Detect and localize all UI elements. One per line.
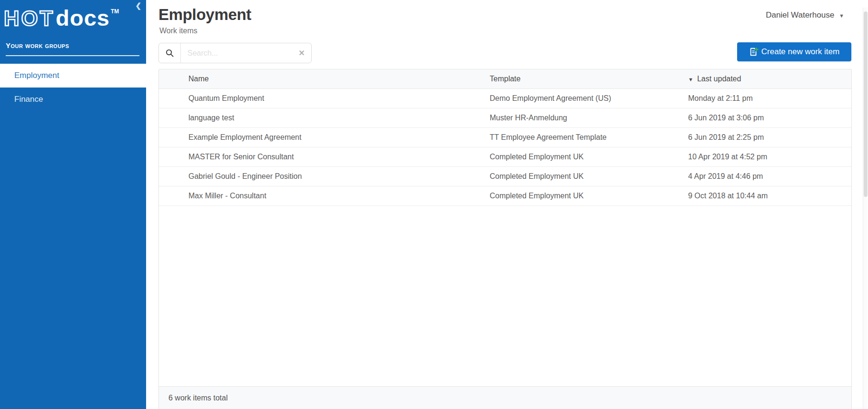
table-row[interactable]: language test Muster HR-Anmeldung 6 Jun …	[159, 108, 851, 128]
work-groups-list: Employment Finance	[0, 64, 146, 111]
table-empty-space	[159, 206, 851, 386]
sidebar-item-label: Employment	[14, 71, 59, 80]
collapse-sidebar-icon[interactable]: ❮	[135, 2, 141, 9]
work-item-template: TT Employee Agreement Template	[490, 133, 688, 142]
work-item-name: MASTER for Senior Consultant	[159, 153, 490, 161]
search-icon	[159, 43, 181, 63]
sidebar-item-employment[interactable]: Employment	[0, 64, 146, 88]
work-item-name: Example Employment Agreement	[159, 133, 490, 142]
page-title: Employment	[158, 6, 251, 24]
logo-text-docs: docs	[56, 5, 110, 30]
search-box: ✕	[158, 43, 312, 63]
search-input[interactable]	[181, 43, 292, 63]
sidebar: ❮ HOTdocsTM Your work groups Employment …	[0, 0, 146, 409]
work-item-last-updated: 9 Oct 2018 at 10:44 am	[688, 192, 851, 200]
work-item-name: Quantum Employment	[159, 94, 490, 103]
column-header-name[interactable]: Name	[159, 75, 490, 83]
work-item-name: Gabriel Gould - Engineer Position	[159, 172, 490, 181]
work-item-last-updated: 4 Apr 2019 at 4:46 pm	[688, 172, 851, 181]
work-item-template: Completed Employment UK	[490, 153, 688, 161]
work-item-last-updated: Monday at 2:11 pm	[688, 94, 851, 103]
table-footer: 6 work items total	[159, 386, 851, 409]
clear-search-icon[interactable]: ✕	[292, 49, 311, 58]
work-item-last-updated: 10 Apr 2019 at 4:52 pm	[688, 153, 851, 161]
column-header-template[interactable]: Template	[490, 75, 688, 83]
work-groups-section-label: Your work groups	[6, 41, 139, 56]
page-subtitle: Work items	[159, 27, 197, 35]
create-work-item-icon	[749, 47, 759, 57]
sort-descending-icon: ▼	[688, 76, 693, 82]
page-scrollbar-thumb[interactable]	[864, 11, 868, 197]
table-row[interactable]: Quantum Employment Demo Employment Agree…	[159, 89, 851, 108]
work-item-template: Demo Employment Agreement (US)	[490, 94, 688, 103]
create-work-item-label: Create new work item	[761, 47, 839, 57]
create-work-item-button[interactable]: Create new work item	[737, 42, 851, 61]
sidebar-item-finance[interactable]: Finance	[0, 88, 146, 111]
user-menu[interactable]: Daniel Waterhouse ▼	[766, 10, 844, 20]
logo-text-hot: HOT	[4, 6, 55, 30]
work-item-last-updated: 6 Jun 2019 at 3:06 pm	[688, 114, 851, 122]
sidebar-item-label: Finance	[14, 95, 43, 104]
work-item-template: Muster HR-Anmeldung	[490, 114, 688, 122]
main-content: Employment Work items Daniel Waterhouse …	[146, 0, 868, 409]
work-item-last-updated: 6 Jun 2019 at 2:25 pm	[688, 133, 851, 142]
table-row[interactable]: Max Miller - Consultant Completed Employ…	[159, 186, 851, 206]
work-item-template: Completed Employment UK	[490, 172, 688, 181]
logo-trademark: TM	[111, 8, 119, 15]
column-header-last-updated[interactable]: ▼ Last updated	[688, 75, 851, 83]
page-scrollbar-track	[863, 8, 868, 409]
work-items-panel: Name Template ▼ Last updated Quantum Emp…	[158, 69, 852, 409]
hotdocs-logo: HOTdocsTM	[0, 0, 146, 31]
work-item-template: Completed Employment UK	[490, 192, 688, 200]
user-name: Daniel Waterhouse	[766, 10, 834, 20]
work-item-name: Max Miller - Consultant	[159, 192, 490, 200]
table-row[interactable]: Gabriel Gould - Engineer Position Comple…	[159, 167, 851, 186]
work-item-name: language test	[159, 114, 490, 122]
table-row[interactable]: MASTER for Senior Consultant Completed E…	[159, 147, 851, 167]
work-items-total: 6 work items total	[168, 394, 227, 402]
table-header-row: Name Template ▼ Last updated	[159, 69, 851, 89]
chevron-down-icon: ▼	[839, 12, 844, 19]
table-row[interactable]: Example Employment Agreement TT Employee…	[159, 128, 851, 147]
